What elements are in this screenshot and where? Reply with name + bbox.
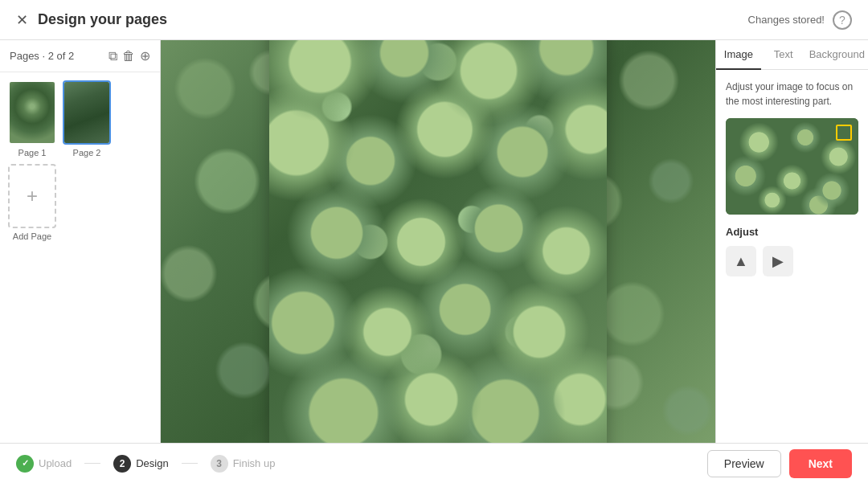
add-page-button[interactable]: + xyxy=(8,164,56,228)
step-design: 2 Design xyxy=(113,455,168,473)
delete-page-icon[interactable]: 🗑 xyxy=(122,49,135,63)
close-icon[interactable]: ✕ xyxy=(16,11,28,29)
adjust-description: Adjust your image to focus on the most i… xyxy=(726,80,858,108)
duplicate-page-icon[interactable]: ⧉ xyxy=(108,49,117,63)
step-finish-num: 3 xyxy=(211,455,228,473)
step-upload: ✓ Upload xyxy=(16,455,72,473)
tab-image[interactable]: Image xyxy=(716,40,761,70)
right-tabs: Image Text Background xyxy=(716,40,868,70)
step-design-label: Design xyxy=(136,457,168,469)
step-upload-num: ✓ xyxy=(16,455,34,473)
page-thumb-image-2 xyxy=(64,82,109,143)
tab-background[interactable]: Background xyxy=(806,40,868,70)
add-page-icon[interactable]: ⊕ xyxy=(140,48,150,63)
canvas-area xyxy=(161,40,715,443)
page-item-2[interactable]: Page 2 xyxy=(63,80,111,158)
page-thumb-image-1 xyxy=(10,82,55,143)
step-design-num: 2 xyxy=(113,455,131,473)
image-preview xyxy=(726,118,858,215)
page-thumbnail-2 xyxy=(63,80,111,145)
right-panel: Image Text Background Adjust your image … xyxy=(715,40,868,443)
page-thumbnail-1 xyxy=(8,80,56,145)
main-content: Pages · 2 of 2 ⧉ 🗑 ⊕ Page 1 Page 2 xyxy=(0,40,868,443)
step-upload-label: Upload xyxy=(39,457,72,469)
page-canvas xyxy=(269,40,607,443)
help-icon[interactable]: ? xyxy=(833,10,852,30)
add-page-item[interactable]: + Add Page xyxy=(8,164,56,241)
right-panel-content: Adjust your image to focus on the most i… xyxy=(716,70,868,443)
header: ✕ Design your pages Changes stored! ? xyxy=(0,0,868,40)
changes-stored-label: Changes stored! xyxy=(748,14,825,26)
pages-count-label: Pages · 2 of 2 xyxy=(10,50,74,62)
page-title: Design your pages xyxy=(38,11,167,28)
tab-text[interactable]: Text xyxy=(761,40,806,70)
steps: ✓ Upload 2 Design 3 Finish up xyxy=(16,455,275,473)
header-left: ✕ Design your pages xyxy=(16,11,167,29)
page-item-1[interactable]: Page 1 xyxy=(8,80,56,158)
adjust-section-label: Adjust xyxy=(726,226,858,238)
bottom-bar: ✓ Upload 2 Design 3 Finish up Preview Ne… xyxy=(0,443,868,483)
step-separator-2 xyxy=(182,463,198,464)
step-finish: 3 Finish up xyxy=(211,455,276,473)
header-right: Changes stored! ? xyxy=(748,10,852,30)
adjust-buttons: ▲ ▶ xyxy=(726,246,858,276)
canvas-background xyxy=(269,40,607,443)
pages-actions: ⧉ 🗑 ⊕ xyxy=(108,48,150,63)
adjust-right-button[interactable]: ▶ xyxy=(763,246,793,276)
step-separator-1 xyxy=(84,463,100,464)
step-finish-label: Finish up xyxy=(233,457,276,469)
next-button[interactable]: Next xyxy=(789,449,852,478)
bottom-actions: Preview Next xyxy=(707,449,852,478)
page-label-2: Page 2 xyxy=(73,148,101,158)
adjust-up-button[interactable]: ▲ xyxy=(726,246,756,276)
pages-header: Pages · 2 of 2 ⧉ 🗑 ⊕ xyxy=(0,40,160,72)
pages-list: Page 1 Page 2 + Add Page xyxy=(0,72,160,249)
pages-sidebar: Pages · 2 of 2 ⧉ 🗑 ⊕ Page 1 Page 2 xyxy=(0,40,161,443)
preview-button[interactable]: Preview xyxy=(707,450,781,477)
add-page-label: Add Page xyxy=(13,231,51,241)
page-label-1: Page 1 xyxy=(18,148,47,158)
